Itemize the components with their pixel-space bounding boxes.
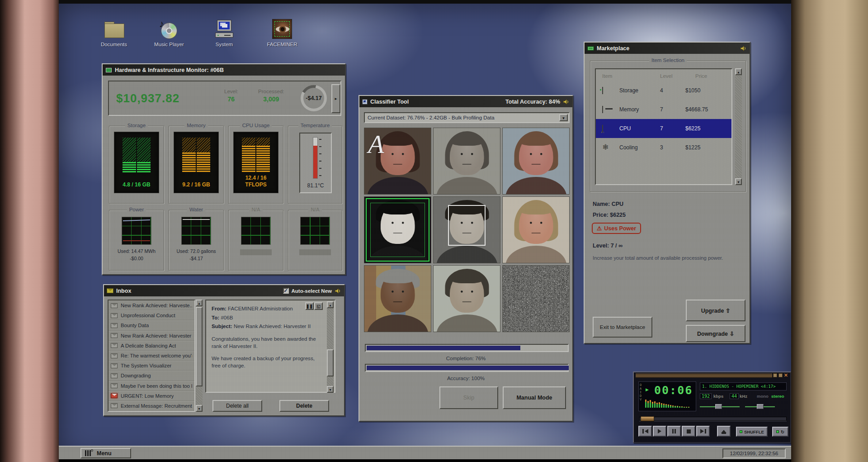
manual-mode-button[interactable]: Manual Mode	[503, 386, 566, 409]
next-track-button[interactable]	[696, 426, 710, 437]
speaker-icon[interactable]	[563, 99, 570, 105]
balance-slider[interactable]	[745, 406, 775, 407]
face-cell[interactable]: A	[364, 128, 431, 195]
item-row-cooling[interactable]: ❄ Cooling 3 $1225	[596, 138, 731, 157]
face-cell[interactable]	[433, 196, 500, 263]
upgrade-button[interactable]: Upgrade ⇧	[686, 300, 745, 321]
dropdown-arrow-button[interactable]: ▼	[559, 114, 568, 121]
envelope-icon	[111, 383, 118, 388]
minimize-button[interactable]	[773, 373, 777, 377]
reading-pane-scrollbar[interactable]: ▲ ▼	[327, 301, 334, 393]
repeat-button[interactable]: ↻	[772, 427, 788, 437]
pause-button[interactable]: ❚❚	[305, 302, 314, 310]
inbox-titlebar[interactable]: Inbox ✓ Auto-select New	[104, 285, 344, 296]
email-item[interactable]: External Message: Recruitment	[108, 401, 194, 411]
item-row-memory[interactable]: Memory 7 $4668.75	[596, 100, 731, 119]
seek-handle[interactable]	[641, 416, 654, 421]
slider-thumb[interactable]	[715, 404, 722, 409]
exit-to-marketplace-button[interactable]: Exit to Marketplace	[593, 317, 652, 338]
auto-select-checkbox[interactable]: ✓	[283, 288, 289, 294]
taskbar-clock: 12/02/1999, 22:32:56	[722, 448, 786, 458]
scroll-down-arrow[interactable]: ▼	[735, 178, 742, 185]
player-titlebar[interactable]	[636, 374, 772, 378]
speaker-icon[interactable]	[335, 288, 341, 294]
eject-button[interactable]	[717, 426, 731, 437]
email-subject: Unprofessional Conduct	[121, 313, 175, 318]
previous-track-button[interactable]	[638, 426, 652, 437]
meter-label: N/A	[308, 207, 321, 212]
email-item[interactable]: Bounty Data	[108, 320, 194, 330]
desktop-icon-system[interactable]: System	[204, 19, 244, 47]
skip-button[interactable]: Skip	[439, 386, 498, 409]
item-row-cpu-selected[interactable]: CPU 7 $6225	[596, 119, 731, 138]
menu-button[interactable]: Menu	[80, 448, 131, 458]
scroll-up-arrow[interactable]: ▲	[735, 68, 742, 75]
envelope-icon	[111, 373, 118, 378]
email-item-urgent[interactable]: URGENT: Low Memory	[108, 391, 194, 401]
close-button[interactable]: ✕	[784, 373, 788, 377]
seek-bar[interactable]	[639, 417, 787, 421]
stop-button[interactable]	[682, 426, 695, 437]
pause-button[interactable]	[667, 426, 681, 437]
email-item[interactable]: New Rank Achieved: Harveste...	[108, 300, 194, 310]
samplerate-unit: kHz	[740, 394, 747, 399]
item-row-storage[interactable]: Storage 4 $1050	[596, 81, 731, 100]
gauge-value: 4.8 / 16 GB	[114, 181, 159, 188]
green-selection-frame	[366, 198, 429, 262]
spectrum-analyzer	[645, 397, 689, 408]
downgrade-button[interactable]: Downgrade ⇩	[686, 325, 745, 342]
desktop: Documents ♪ Music Player System FACEMINE…	[59, 4, 791, 459]
gauge-label: Temperature	[298, 123, 332, 128]
hardware-monitor-titlebar[interactable]: Hardware & Infrastructure Monitor: #06B	[103, 64, 345, 76]
scroll-down-arrow[interactable]: ▼	[196, 405, 203, 412]
face-cell[interactable]	[502, 128, 570, 195]
face-cell[interactable]	[364, 265, 431, 332]
item-list-scrollbar[interactable]: ▲ ▼	[735, 68, 742, 185]
noise-cell[interactable]	[502, 265, 570, 332]
delete-all-button[interactable]: Delete all	[212, 400, 262, 412]
shade-button[interactable]	[778, 373, 783, 377]
icon-label: Documents	[94, 42, 134, 47]
desktop-icon-music-player[interactable]: ♪ Music Player	[149, 19, 189, 47]
dataset-dropdown[interactable]: Current Dataset: 76.76% - 2.42GB - Bulk …	[364, 112, 570, 123]
scroll-up-arrow[interactable]: ▲	[327, 301, 334, 308]
email-item[interactable]: Unprofessional Conduct	[108, 310, 194, 320]
gauge-value: 9.2 / 16 GB	[174, 181, 218, 188]
marketplace-titlebar[interactable]: Marketplace	[585, 43, 750, 54]
email-item[interactable]: The System Visualizer	[108, 361, 194, 371]
email-subject: Re: The warmest welcome you'r...	[121, 353, 192, 358]
desktop-icon-documents[interactable]: Documents	[94, 19, 134, 47]
popout-button[interactable]: ◱	[314, 302, 323, 310]
scrollbar-thumb[interactable]	[327, 349, 334, 376]
email-item[interactable]: Downgrading	[108, 371, 194, 381]
face-cell[interactable]	[433, 128, 500, 195]
classifier-titlebar[interactable]: Classifier Tool Total Accuracy: 84%	[359, 96, 572, 107]
shuffle-button[interactable]: SHUFFLE	[736, 427, 768, 437]
clutterbar[interactable]: OAIDV	[640, 383, 643, 401]
expand-panel-button[interactable]: ►	[331, 84, 340, 113]
meter-label: N/A	[249, 207, 262, 212]
email-item[interactable]: A Delicate Balancing Act	[108, 341, 194, 351]
bitrate-value: 192	[700, 393, 712, 399]
gauge-value: 12.4 / 16TFLOPS	[234, 175, 278, 188]
email-list-scrollbar[interactable]: ▲ ▼	[196, 300, 203, 412]
inbox-window: Inbox ✓ Auto-select New New Rank Achieve…	[103, 284, 345, 416]
speaker-icon[interactable]	[740, 45, 747, 52]
slider-thumb[interactable]	[757, 404, 764, 409]
volume-slider[interactable]	[700, 406, 740, 407]
email-item[interactable]: Maybe I've been doing this too l...	[108, 381, 194, 391]
scroll-up-arrow[interactable]: ▲	[196, 300, 203, 306]
email-item[interactable]: Re: The warmest welcome you'r...	[108, 351, 194, 361]
scroll-down-arrow[interactable]: ▼	[327, 386, 334, 393]
face-cell[interactable]	[502, 196, 570, 263]
delete-button[interactable]: Delete	[279, 400, 329, 412]
desktop-icon-faceminer[interactable]: FACEMINER	[262, 19, 302, 47]
scrollbar-thumb[interactable]	[196, 307, 203, 386]
email-item[interactable]: New Rank Achieved: Harvester I	[108, 331, 194, 341]
face-cell[interactable]	[433, 265, 500, 332]
window-title: Marketplace	[597, 45, 629, 52]
folder-icon	[103, 19, 125, 40]
face-image	[503, 128, 569, 194]
face-cell-selected[interactable]	[364, 196, 431, 263]
play-button[interactable]	[653, 426, 666, 437]
